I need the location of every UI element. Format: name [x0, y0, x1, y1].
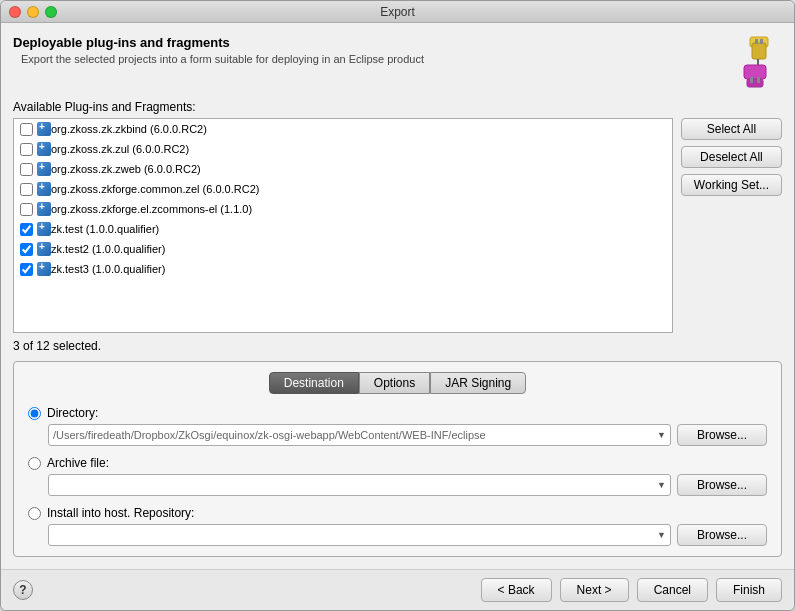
list-item[interactable]: zk.test2 (1.0.0.qualifier) — [14, 239, 672, 259]
working-set-button[interactable]: Working Set... — [681, 174, 782, 196]
close-button[interactable] — [9, 6, 21, 18]
item-label: org.zkoss.zkforge.el.zcommons-el (1.1.0) — [51, 203, 252, 215]
item-label: zk.test (1.0.0.qualifier) — [51, 223, 159, 235]
title-bar: Export — [1, 1, 794, 23]
item-checkbox-2[interactable] — [20, 163, 33, 176]
archive-combo[interactable]: ▼ — [48, 474, 671, 496]
archive-input-row: ▼ Browse... — [48, 474, 767, 496]
main-content: Deployable plug-ins and fragments Export… — [1, 23, 794, 569]
plugin-icon — [37, 142, 51, 156]
selected-count: 3 of 12 selected. — [13, 339, 782, 353]
archive-dropdown-arrow[interactable]: ▼ — [657, 480, 666, 490]
list-item[interactable]: org.zkoss.zk.zweb (6.0.0.RC2) — [14, 159, 672, 179]
help-button[interactable]: ? — [13, 580, 33, 600]
item-label: org.zkoss.zkforge.common.zel (6.0.0.RC2) — [51, 183, 259, 195]
list-item[interactable]: zk.test3 (1.0.0.qualifier) — [14, 259, 672, 279]
item-checkbox-4[interactable] — [20, 203, 33, 216]
directory-radio[interactable] — [28, 407, 41, 420]
tab-jar-signing[interactable]: JAR Signing — [430, 372, 526, 394]
svg-rect-6 — [747, 79, 763, 87]
plugin-icon — [37, 202, 51, 216]
svg-rect-8 — [757, 77, 760, 83]
archive-browse-button[interactable]: Browse... — [677, 474, 767, 496]
svg-rect-2 — [755, 39, 758, 44]
svg-rect-7 — [750, 77, 753, 83]
back-button[interactable]: < Back — [481, 578, 552, 602]
destination-tab-content: Directory: /Users/firedeath/Dropbox/ZkOs… — [24, 406, 771, 546]
directory-dropdown-arrow[interactable]: ▼ — [657, 430, 666, 440]
tabs-header: Destination Options JAR Signing — [24, 372, 771, 394]
cancel-button[interactable]: Cancel — [637, 578, 708, 602]
window-title: Export — [380, 5, 415, 19]
install-radio[interactable] — [28, 507, 41, 520]
page-description: Export the selected projects into a form… — [21, 53, 712, 65]
list-item[interactable]: org.zkoss.zk.zkbind (6.0.0.RC2) — [14, 119, 672, 139]
select-all-button[interactable]: Select All — [681, 118, 782, 140]
finish-button[interactable]: Finish — [716, 578, 782, 602]
page-title: Deployable plug-ins and fragments — [13, 35, 712, 50]
plugin-icon — [37, 182, 51, 196]
plugin-icon — [37, 122, 51, 136]
plugin-icon — [37, 222, 51, 236]
directory-browse-button[interactable]: Browse... — [677, 424, 767, 446]
deselect-all-button[interactable]: Deselect All — [681, 146, 782, 168]
svg-rect-3 — [760, 39, 763, 44]
item-label: zk.test3 (1.0.0.qualifier) — [51, 263, 165, 275]
footer-left: ? — [13, 580, 33, 600]
item-label: org.zkoss.zk.zul (6.0.0.RC2) — [51, 143, 189, 155]
archive-row: Archive file: — [28, 456, 767, 470]
directory-combo[interactable]: /Users/firedeath/Dropbox/ZkOsgi/equinox/… — [48, 424, 671, 446]
svg-rect-5 — [744, 65, 766, 79]
maximize-button[interactable] — [45, 6, 57, 18]
plugins-label: Available Plug-ins and Fragments: — [13, 100, 782, 114]
plugin-icon — [37, 162, 51, 176]
item-checkbox-6[interactable] — [20, 243, 33, 256]
install-dropdown-arrow[interactable]: ▼ — [657, 530, 666, 540]
header-icon — [722, 35, 782, 90]
item-label: zk.test2 (1.0.0.qualifier) — [51, 243, 165, 255]
footer: ? < Back Next > Cancel Finish — [1, 569, 794, 610]
export-window: Export Deployable plug-ins and fragments… — [0, 0, 795, 611]
next-button[interactable]: Next > — [560, 578, 629, 602]
export-icon — [722, 35, 782, 90]
footer-right: < Back Next > Cancel Finish — [481, 578, 782, 602]
svg-rect-1 — [752, 43, 766, 59]
install-row: Install into host. Repository: — [28, 506, 767, 520]
item-checkbox-0[interactable] — [20, 123, 33, 136]
plugin-icon — [37, 262, 51, 276]
header-section: Deployable plug-ins and fragments Export… — [13, 35, 782, 90]
tab-options[interactable]: Options — [359, 372, 430, 394]
minimize-button[interactable] — [27, 6, 39, 18]
window-controls — [9, 6, 57, 18]
install-browse-button[interactable]: Browse... — [677, 524, 767, 546]
tab-destination[interactable]: Destination — [269, 372, 359, 394]
list-item[interactable]: org.zkoss.zkforge.el.zcommons-el (1.1.0) — [14, 199, 672, 219]
archive-label: Archive file: — [47, 456, 109, 470]
archive-radio[interactable] — [28, 457, 41, 470]
directory-input-row: /Users/firedeath/Dropbox/ZkOsgi/equinox/… — [48, 424, 767, 446]
middle-section: org.zkoss.zk.zkbind (6.0.0.RC2)org.zkoss… — [13, 118, 782, 333]
install-input-row: ▼ Browse... — [48, 524, 767, 546]
item-label: org.zkoss.zk.zkbind (6.0.0.RC2) — [51, 123, 207, 135]
directory-label: Directory: — [47, 406, 98, 420]
header-text: Deployable plug-ins and fragments Export… — [13, 35, 712, 65]
item-label: org.zkoss.zk.zweb (6.0.0.RC2) — [51, 163, 201, 175]
item-checkbox-3[interactable] — [20, 183, 33, 196]
item-checkbox-7[interactable] — [20, 263, 33, 276]
list-item[interactable]: zk.test (1.0.0.qualifier) — [14, 219, 672, 239]
item-checkbox-5[interactable] — [20, 223, 33, 236]
directory-row: Directory: — [28, 406, 767, 420]
install-combo[interactable]: ▼ — [48, 524, 671, 546]
tabs-panel: Destination Options JAR Signing Director… — [13, 361, 782, 557]
list-item[interactable]: org.zkoss.zk.zul (6.0.0.RC2) — [14, 139, 672, 159]
list-item[interactable]: org.zkoss.zkforge.common.zel (6.0.0.RC2) — [14, 179, 672, 199]
plugin-icon — [37, 242, 51, 256]
install-label: Install into host. Repository: — [47, 506, 194, 520]
plugins-list[interactable]: org.zkoss.zk.zkbind (6.0.0.RC2)org.zkoss… — [13, 118, 673, 333]
right-buttons: Select All Deselect All Working Set... — [681, 118, 782, 333]
directory-value: /Users/firedeath/Dropbox/ZkOsgi/equinox/… — [53, 429, 657, 441]
item-checkbox-1[interactable] — [20, 143, 33, 156]
